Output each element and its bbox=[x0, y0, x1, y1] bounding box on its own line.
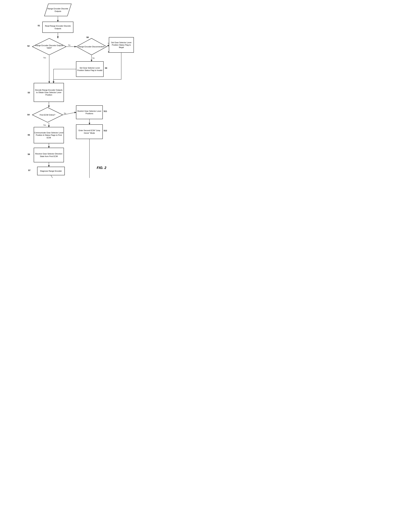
svg-text:No: No bbox=[68, 44, 70, 46]
svg-text:Yes: Yes bbox=[43, 57, 46, 59]
s9-rect: Set Gear Selector Lever Position Status … bbox=[76, 61, 104, 77]
s4-label: S4 bbox=[27, 114, 29, 116]
s8-diamond: Range Encoder Disconnected? bbox=[76, 38, 107, 55]
s12-label: S12 bbox=[104, 130, 107, 132]
s11-rect: Restrict Gear Selector Lever Positions bbox=[76, 105, 103, 119]
start-label: Range Encoder Discrete Outputs bbox=[44, 3, 72, 16]
svg-text:Yes: Yes bbox=[43, 124, 46, 126]
s6-label: S6 bbox=[28, 153, 30, 155]
s5-label: S5 bbox=[28, 134, 30, 136]
s2-label-text: Range Encoder Discrete Outputs Valid? bbox=[32, 38, 66, 55]
fig-label: FIG. 2 bbox=[97, 166, 106, 170]
s1-rect: Read Range Encoder Discrete Outputs bbox=[42, 22, 74, 33]
svg-line-12 bbox=[51, 175, 54, 178]
svg-text:No: No bbox=[64, 112, 66, 114]
s2-diamond: Range Encoder Discrete Outputs Valid? bbox=[32, 38, 66, 55]
s7-label: S7 bbox=[28, 169, 30, 171]
s3-label: S3 bbox=[28, 92, 30, 94]
svg-line-7 bbox=[63, 112, 76, 115]
s2-label: S2 bbox=[27, 45, 29, 47]
s4-label-text: First ECM Online? bbox=[32, 107, 63, 123]
flowchart-diagram: No Yes Yes No No Yes Range Encoder Discr… bbox=[0, 0, 136, 178]
s4-diamond: First ECM Online? bbox=[32, 107, 63, 123]
s3-rect: Decode Range Encoder Outputs to Obtain G… bbox=[34, 83, 64, 102]
svg-line-4 bbox=[107, 45, 109, 47]
s12-rect: Enter Second ECM "Limp Home" Mode bbox=[76, 124, 103, 139]
s1-label: S1 bbox=[38, 25, 40, 27]
s9-label: S9 bbox=[105, 67, 107, 69]
s6-rect: Receive Gear Selector Direction State fr… bbox=[34, 148, 64, 162]
start-parallelogram: Range Encoder Discrete Outputs bbox=[44, 3, 72, 16]
svg-text:No: No bbox=[93, 57, 95, 59]
s7-rect: Diagnose Range Encoder bbox=[37, 167, 65, 175]
s10-rect: Set Gear Selector Lever Position Status … bbox=[109, 37, 134, 53]
s5-rect: Communicate Gear Selector Lever Position… bbox=[34, 127, 64, 143]
s8-label-text: Range Encoder Disconnected? bbox=[76, 38, 107, 55]
s11-label: S11 bbox=[104, 110, 107, 112]
